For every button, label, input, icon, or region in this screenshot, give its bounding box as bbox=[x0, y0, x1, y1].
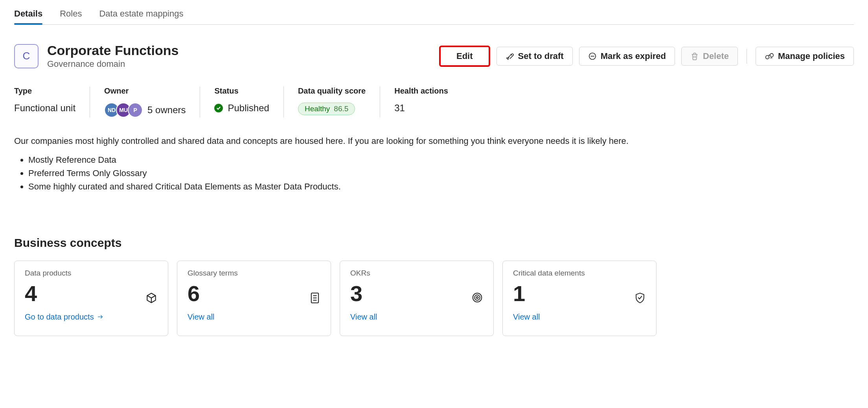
edit-status-icon bbox=[506, 52, 514, 61]
policies-icon bbox=[765, 52, 774, 61]
expired-icon bbox=[588, 52, 597, 61]
card-link[interactable]: View all bbox=[188, 312, 215, 322]
card-data-products[interactable]: Data products 4 Go to data products bbox=[14, 261, 168, 336]
bullet: Mostly Reference Data bbox=[28, 154, 643, 166]
tabs: Details Roles Data estate mappings bbox=[14, 0, 854, 25]
meta-owner: Owner ND MU P 5 owners bbox=[104, 86, 200, 118]
meta-status-label: Status bbox=[214, 86, 269, 96]
owner-count: 5 owners bbox=[147, 105, 186, 116]
delete-label: Delete bbox=[703, 51, 729, 61]
card-link[interactable]: View all bbox=[350, 312, 377, 322]
manage-policies-label: Manage policies bbox=[778, 51, 845, 61]
dq-score: 86.5 bbox=[334, 105, 348, 113]
dq-status: Healthy bbox=[305, 105, 330, 113]
bullet: Preferred Terms Only Glossary bbox=[28, 167, 643, 180]
card-link-text: View all bbox=[513, 312, 540, 322]
manage-policies-button[interactable]: Manage policies bbox=[756, 47, 854, 66]
meta-status: Status Published bbox=[214, 86, 283, 118]
card-label: Critical data elements bbox=[513, 269, 646, 278]
card-count: 6 bbox=[188, 281, 320, 306]
svg-point-11 bbox=[476, 296, 478, 298]
mark-expired-button[interactable]: Mark as expired bbox=[579, 47, 675, 66]
card-link-text: View all bbox=[350, 312, 377, 322]
business-concepts-title: Business concepts bbox=[14, 236, 854, 250]
meta-dq-label: Data quality score bbox=[298, 86, 366, 96]
edit-button[interactable]: Edit bbox=[439, 46, 490, 67]
meta-health-value: 31 bbox=[394, 103, 448, 114]
domain-subtitle: Governance domain bbox=[47, 59, 178, 69]
card-label: Data products bbox=[25, 269, 158, 278]
shield-icon bbox=[634, 292, 646, 306]
card-glossary-terms[interactable]: Glossary terms 6 View all bbox=[177, 261, 331, 336]
domain-title: Corporate Functions bbox=[47, 43, 178, 58]
domain-header: C Corporate Functions Governance domain … bbox=[14, 43, 854, 69]
meta-row: Type Functional unit Owner ND MU P 5 own… bbox=[14, 86, 854, 118]
card-link[interactable]: View all bbox=[513, 312, 540, 322]
tab-details[interactable]: Details bbox=[14, 6, 42, 24]
meta-dq: Data quality score Healthy 86.5 bbox=[298, 86, 380, 118]
set-to-draft-label: Set to draft bbox=[518, 51, 564, 61]
domain-description: Our companies most highly controlled and… bbox=[14, 135, 643, 193]
status-text: Published bbox=[228, 103, 269, 114]
card-okrs[interactable]: OKRs 3 View all bbox=[340, 261, 494, 336]
card-link-text: Go to data products bbox=[25, 312, 94, 322]
dq-badge[interactable]: Healthy 86.5 bbox=[298, 103, 355, 115]
description-text: Our companies most highly controlled and… bbox=[14, 135, 643, 147]
tab-data-estate-mappings[interactable]: Data estate mappings bbox=[99, 6, 183, 24]
meta-type: Type Functional unit bbox=[14, 86, 90, 118]
concept-cards: Data products 4 Go to data products Glos… bbox=[14, 261, 854, 336]
card-label: Glossary terms bbox=[188, 269, 320, 278]
card-critical-data-elements[interactable]: Critical data elements 1 View all bbox=[502, 261, 657, 336]
action-divider bbox=[747, 49, 747, 64]
avatar: P bbox=[128, 103, 143, 118]
package-icon bbox=[145, 292, 158, 306]
delete-button: Delete bbox=[681, 47, 738, 66]
domain-avatar: C bbox=[14, 44, 39, 68]
document-icon bbox=[309, 292, 320, 306]
meta-status-value: Published bbox=[214, 103, 269, 114]
svg-point-3 bbox=[770, 53, 774, 57]
description-bullets: Mostly Reference Data Preferred Terms On… bbox=[28, 154, 643, 193]
meta-type-value: Functional unit bbox=[14, 103, 75, 114]
svg-point-2 bbox=[766, 55, 769, 59]
header-actions: Edit Set to draft Mark as expired Delete bbox=[439, 46, 854, 67]
card-count: 3 bbox=[350, 281, 483, 306]
mark-expired-label: Mark as expired bbox=[601, 51, 666, 61]
set-to-draft-button[interactable]: Set to draft bbox=[497, 47, 573, 66]
meta-type-label: Type bbox=[14, 86, 75, 96]
check-icon bbox=[214, 104, 223, 112]
owner-avatars[interactable]: ND MU P bbox=[104, 103, 143, 118]
arrow-right-icon bbox=[96, 314, 104, 320]
card-count: 1 bbox=[513, 281, 646, 306]
bullet: Some highly curated and shared Critical … bbox=[28, 180, 643, 193]
meta-owner-value: ND MU P 5 owners bbox=[104, 103, 186, 118]
meta-health-label: Health actions bbox=[394, 86, 448, 96]
meta-health: Health actions 31 bbox=[394, 86, 448, 118]
tab-roles[interactable]: Roles bbox=[60, 6, 82, 24]
target-icon bbox=[471, 292, 483, 305]
card-link[interactable]: Go to data products bbox=[25, 312, 104, 322]
card-count: 4 bbox=[25, 281, 158, 306]
svg-point-10 bbox=[474, 295, 480, 300]
trash-icon bbox=[690, 52, 699, 61]
card-label: OKRs bbox=[350, 269, 483, 278]
card-link-text: View all bbox=[188, 312, 215, 322]
meta-owner-label: Owner bbox=[104, 86, 186, 96]
